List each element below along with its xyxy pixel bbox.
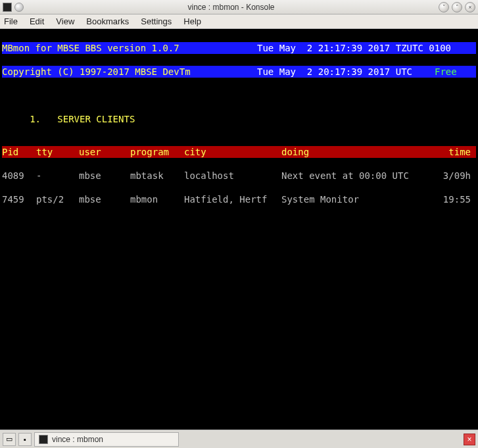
section-number: 1. (30, 114, 41, 124)
taskbar-task-button[interactable]: vince : mbmon (34, 432, 179, 447)
table-row: 7459pts/2mbsembmonHatfield, HertfSystem … (2, 193, 476, 205)
cell-program: mbtask (130, 170, 184, 182)
cell-city: localhost (184, 170, 281, 182)
banner-line2: Copyright (C) 1997-2017 MBSE DevTmTue Ma… (2, 66, 476, 78)
menu-settings[interactable]: Settings (141, 16, 172, 26)
cell-time: 3/09h (439, 170, 471, 182)
app-icon (3, 3, 12, 12)
section-title: 1. SERVER CLIENTS (2, 113, 476, 125)
window-title: vince : mbmon - Konsole (26, 3, 436, 12)
desktop-switcher-icon[interactable]: ▭ (3, 433, 16, 446)
menu-bar: File Edit View Bookmarks Settings Help (0, 14, 478, 29)
cell-pid: 4089 (2, 170, 36, 182)
cell-pid: 7459 (2, 193, 36, 205)
window-titlebar: vince : mbmon - Konsole ˅ ˄ × (0, 0, 478, 14)
minimize-icon[interactable]: ˅ (439, 2, 449, 12)
col-user: user (79, 146, 130, 158)
terminal-area[interactable]: MBmon for MBSE BBS version 1.0.7Tue May … (0, 29, 478, 430)
cell-tty: pts/2 (36, 193, 79, 205)
banner-copyright: Copyright (C) 1997-2017 MBSE DevTm (2, 66, 257, 78)
menu-view[interactable]: View (56, 16, 74, 26)
col-time: time (439, 146, 471, 158)
table-row: 4089-mbsembtasklocalhostNext event at 00… (2, 170, 476, 182)
menu-bookmarks[interactable]: Bookmarks (86, 16, 129, 26)
menu-help[interactable]: Help (183, 16, 201, 26)
tray-terminal-icon[interactable]: ▪ (18, 433, 32, 446)
banner-datetime-utc: Tue May 2 20:17:39 2017 UTC (257, 66, 435, 78)
banner-free: Free (435, 66, 457, 78)
taskbar: ▭ ▪ vince : mbmon × (0, 430, 478, 448)
menu-file[interactable]: File (4, 16, 18, 26)
cell-program: mbmon (130, 193, 184, 205)
col-city: city (184, 146, 281, 158)
system-menu-icon[interactable] (14, 3, 24, 12)
section-name: SERVER CLIENTS (57, 114, 135, 124)
taskbar-close-icon[interactable]: × (464, 434, 475, 445)
col-tty: tty (36, 146, 79, 158)
table-header: Pidttyuserprogramcitydoingtime (2, 146, 476, 158)
cell-time: 19:55 (439, 193, 471, 205)
banner-version: MBmon for MBSE BBS version 1.0.7 (2, 42, 257, 54)
task-terminal-icon (39, 435, 48, 444)
cell-city: Hatfield, Hertf (184, 193, 281, 205)
cell-doing: Next event at 00:00 UTC (281, 170, 439, 182)
cell-user: mbse (79, 170, 130, 182)
close-icon[interactable]: × (465, 2, 475, 12)
cell-user: mbse (79, 193, 130, 205)
col-doing: doing (281, 146, 439, 158)
col-program: program (130, 146, 184, 158)
cell-doing: System Monitor (281, 193, 439, 205)
menu-edit[interactable]: Edit (30, 16, 44, 26)
banner-datetime-local: Tue May 2 21:17:39 2017 TZUTC 0100 (257, 42, 451, 54)
cell-tty: - (36, 170, 79, 182)
col-pid: Pid (2, 146, 36, 158)
task-label: vince : mbmon (52, 435, 103, 444)
window-buttons: ˅ ˄ × (439, 2, 475, 12)
maximize-icon[interactable]: ˄ (452, 2, 462, 12)
banner-line1: MBmon for MBSE BBS version 1.0.7Tue May … (2, 42, 476, 54)
